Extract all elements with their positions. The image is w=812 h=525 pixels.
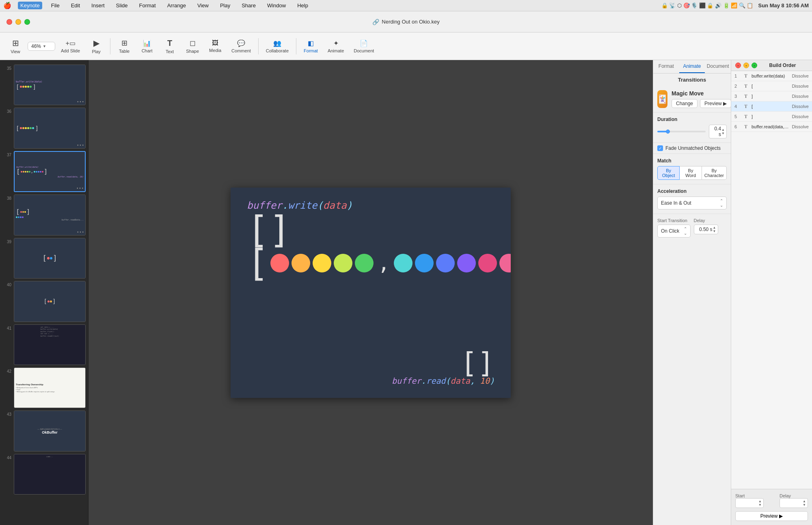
build-row-3[interactable]: 3 𝐓 ] Dissolve <box>731 91 812 102</box>
tab-document[interactable]: Document <box>705 60 731 73</box>
toolbar-table[interactable]: ⊞ Table <box>114 37 135 55</box>
start-input-stepper[interactable]: ▲ ▼ <box>758 499 762 507</box>
slide-thumb-36[interactable]: [ ] <box>14 108 86 148</box>
slide-thumb-39[interactable]: [ ] <box>14 238 86 279</box>
toolbar-media[interactable]: 🖼 Media <box>205 38 226 54</box>
toolbar-chart[interactable]: 📊 Chart <box>136 38 158 55</box>
preview-button[interactable]: Preview ▶ <box>700 99 731 108</box>
slide-item-38[interactable]: 38 [ ] <box>0 193 88 236</box>
toolbar-view-label: View <box>11 49 20 54</box>
chart-icon: 📊 <box>143 39 151 47</box>
change-button[interactable]: Change <box>672 99 698 108</box>
tab-animate[interactable]: Animate <box>679 60 705 73</box>
apple-menu[interactable]: 🍎 <box>3 2 11 9</box>
canvas-area[interactable]: buffer.write(data) [ ] [ <box>89 60 653 525</box>
delay-value[interactable]: 0.50 s ▲ ▼ <box>694 225 718 234</box>
slide-item-42[interactable]: 42 Transferring Ownership • A departure … <box>0 366 88 409</box>
menubar-slide[interactable]: Slide <box>114 2 130 9</box>
minimize-button[interactable] <box>15 19 21 25</box>
build-row-num-6: 6 <box>734 124 740 129</box>
footer-delay-input[interactable]: ▲ ▼ <box>780 498 808 508</box>
slide-thumb-44[interactable]: code... <box>14 454 86 495</box>
toolbar-animate[interactable]: ✦ Animate <box>324 38 348 55</box>
title-center: 🔗 Nerding Out on Okio.key <box>372 19 439 25</box>
menubar-share[interactable]: Share <box>239 2 258 9</box>
toolbar-comment[interactable]: 💬 Comment <box>227 38 255 55</box>
slide-item-43[interactable]: 43 — IMPLEMENTATION 4 — OkBuffer <box>0 409 88 452</box>
toolbar-add-slide[interactable]: +▭ Add Slide <box>57 38 84 55</box>
toolbar-format[interactable]: ◧ Format <box>300 38 322 55</box>
slide-thumb-42[interactable]: Transferring Ownership • A departure fro… <box>14 367 86 408</box>
toolbar-zoom[interactable]: 46% ▼ <box>28 42 55 51</box>
toolbar-collaborate[interactable]: 👥 Collaborate <box>262 38 293 55</box>
delay-down-icon2: ▼ <box>803 503 806 507</box>
toolbar-comment-label: Comment <box>231 48 251 53</box>
match-by-character[interactable]: By Character <box>702 166 727 180</box>
toolbar-view[interactable]: ⊞ View <box>5 37 26 56</box>
start-delay-footer: Start ▲ ▼ Delay ▲ <box>735 493 808 508</box>
footer-start-input[interactable]: ▲ ▼ <box>735 498 764 508</box>
duration-stepper[interactable]: ▲ ▼ <box>721 128 725 135</box>
toolbar-play[interactable]: ▶ Play <box>86 37 107 56</box>
menubar-insert[interactable]: Insert <box>89 2 107 9</box>
slide-thumb-38[interactable]: [ ] <box>14 194 86 235</box>
build-panel-close[interactable]: • <box>735 63 741 68</box>
build-row-icon-4: 𝐓 <box>743 104 749 109</box>
build-row-4[interactable]: 4 𝐓 [ Dissolve <box>731 102 812 112</box>
menubar-format[interactable]: Format <box>137 2 158 9</box>
build-row-2[interactable]: 2 𝐓 [ Dissolve <box>731 81 812 91</box>
toolbar-chart-label: Chart <box>142 48 153 53</box>
toolbar-text[interactable]: T Text <box>159 37 180 56</box>
slide-more-37: • • • <box>77 186 83 190</box>
duration-slider[interactable] <box>657 131 706 132</box>
duration-value[interactable]: 0.4 s ▲ ▼ <box>709 125 727 138</box>
slide-item-35[interactable]: 35 buffer.write(data) [ <box>0 63 88 106</box>
toolbar-shape[interactable]: ◻ Shape <box>182 37 203 55</box>
menubar-edit[interactable]: Edit <box>69 2 82 9</box>
acceleration-select[interactable]: Ease In & Out ⌃⌄ <box>657 197 727 210</box>
slide-thumb-40[interactable]: [ ] <box>14 281 86 322</box>
build-order-panel: • • • Build Order 1 𝐓 buffer.write(data)… <box>731 60 812 525</box>
build-row-6[interactable]: 6 𝐓 buffer.read(data, 10) Dissolve <box>731 122 812 132</box>
maximize-button[interactable] <box>24 19 30 25</box>
menubar-keynote[interactable]: Keynote <box>18 2 42 9</box>
close-button[interactable] <box>6 19 12 25</box>
fade-checkbox[interactable]: ✓ <box>657 145 663 151</box>
toolbar-sep-3 <box>296 38 296 54</box>
menubar-window[interactable]: Window <box>265 2 288 9</box>
menubar-help[interactable]: Help <box>295 2 311 9</box>
slide-item-37[interactable]: 37 buffer.write(data) [ <box>0 150 88 193</box>
slide-panel[interactable]: 35 buffer.write(data) [ <box>0 60 89 525</box>
delay-input-stepper[interactable]: ▲ ▼ <box>803 499 806 507</box>
slide-item-41[interactable]: 41 val data = ...buffer.write(data)buffe… <box>0 323 88 366</box>
build-row-name-4: [ <box>752 104 789 109</box>
match-by-object[interactable]: By Object <box>657 166 680 180</box>
menubar-play[interactable]: Play <box>218 2 233 9</box>
slide-thumb-37[interactable]: buffer.write(data) [ , <box>14 151 86 192</box>
build-row-1[interactable]: 1 𝐓 buffer.write(data) Dissolve <box>731 71 812 81</box>
format-icon: ◧ <box>308 39 314 47</box>
menubar-file[interactable]: File <box>49 2 62 9</box>
match-by-word[interactable]: By Word <box>680 166 702 180</box>
start-transition-select[interactable]: On Click ⌃⌄ <box>657 225 691 238</box>
slide-item-40[interactable]: 40 [ ] <box>0 280 88 323</box>
slide-item-36[interactable]: 36 [ <box>0 106 88 149</box>
slide-thumb-43[interactable]: — IMPLEMENTATION 4 — OkBuffer <box>14 410 86 451</box>
toolbar-sep-1 <box>110 38 110 54</box>
toolbar-document[interactable]: 📄 Document <box>350 38 378 55</box>
build-row-5[interactable]: 5 𝐓 ] Dissolve <box>731 112 812 122</box>
start-up-icon: ▲ <box>758 499 762 503</box>
slide-thumb-41[interactable]: val data = ...buffer.write(data)buffer.f… <box>14 324 86 365</box>
slide-thumb-35[interactable]: buffer.write(data) [ ] <box>14 65 86 105</box>
build-panel-minimize[interactable]: • <box>743 63 749 68</box>
slide-item-44[interactable]: 44 code... <box>0 453 88 496</box>
build-panel-expand[interactable]: • <box>752 63 757 68</box>
tab-format[interactable]: Format <box>653 60 679 73</box>
delay-stepper[interactable]: ▲ ▼ <box>713 226 716 233</box>
window-controls <box>0 19 37 25</box>
build-preview-button[interactable]: Preview ▶ <box>735 511 808 521</box>
menubar-view[interactable]: View <box>195 2 211 9</box>
slide-item-39[interactable]: 39 [ ] <box>0 237 88 280</box>
menubar-arrange[interactable]: Arrange <box>165 2 188 9</box>
acceleration-section: Acceleration Ease In & Out ⌃⌄ <box>653 184 731 214</box>
